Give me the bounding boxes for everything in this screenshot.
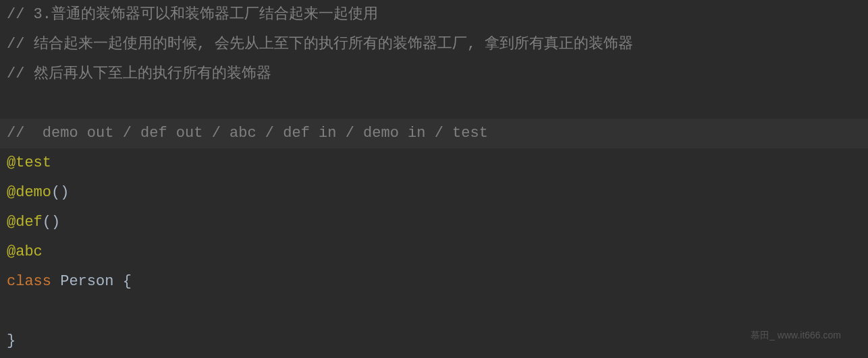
code-line-decorator: @def() xyxy=(0,208,868,237)
comment-text: // 结合起来一起使用的时候, 会先从上至下的执行所有的装饰器工厂, 拿到所有真… xyxy=(7,36,633,53)
open-brace: { xyxy=(113,273,131,290)
decorator-at: @abc xyxy=(7,243,43,260)
comment-text: // 3.普通的装饰器可以和装饰器工厂结合起来一起使用 xyxy=(7,6,378,23)
decorator-at: @def xyxy=(7,214,43,231)
watermark-text: 慕田_ www.it666.com xyxy=(751,320,841,350)
code-line-blank xyxy=(0,89,868,119)
code-line-comment: // 结合起来一起使用的时候, 会先从上至下的执行所有的装饰器工厂, 拿到所有真… xyxy=(0,30,868,59)
comment-text: // demo out / def out / abc / def in / d… xyxy=(7,125,488,142)
code-line-class: class Person { xyxy=(0,267,868,297)
code-editor[interactable]: // 3.普通的装饰器可以和装饰器工厂结合起来一起使用 // 结合起来一起使用的… xyxy=(0,0,868,356)
code-line-blank xyxy=(0,297,868,326)
code-line-decorator: @demo() xyxy=(0,178,868,208)
code-line-decorator: @test xyxy=(0,148,868,178)
code-line-decorator: @abc xyxy=(0,237,868,267)
decorator-at: @test xyxy=(7,154,51,171)
code-line-close: } xyxy=(0,326,868,356)
keyword-class: class xyxy=(7,273,51,290)
comment-text: // 然后再从下至上的执行所有的装饰器 xyxy=(7,65,271,82)
code-line-comment: // 然后再从下至上的执行所有的装饰器 xyxy=(0,59,868,89)
close-brace: } xyxy=(7,332,16,349)
decorator-call: () xyxy=(43,214,60,231)
code-line-comment: // 3.普通的装饰器可以和装饰器工厂结合起来一起使用 xyxy=(0,0,868,30)
decorator-at: @demo xyxy=(7,184,51,201)
code-line-active: // demo out / def out / abc / def in / d… xyxy=(0,119,868,148)
class-name: Person xyxy=(60,273,113,290)
decorator-call: () xyxy=(51,184,69,201)
